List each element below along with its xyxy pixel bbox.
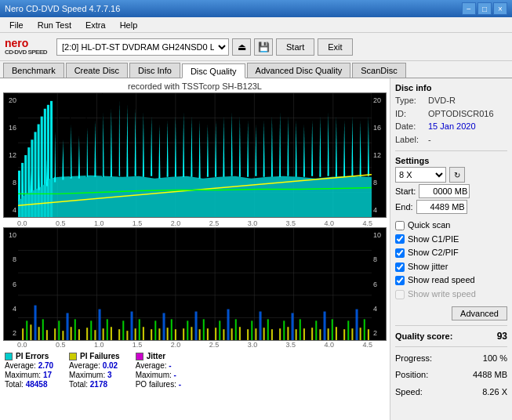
progress-value: 100 % — [483, 352, 507, 366]
start-mb-input[interactable] — [419, 184, 470, 198]
svg-marker-59 — [287, 117, 289, 176]
svg-marker-33 — [78, 136, 80, 178]
position-row: Position: 4488 MB — [395, 368, 507, 382]
svg-rect-145 — [26, 320, 27, 340]
svg-rect-158 — [235, 319, 237, 340]
show-jitter-checkbox[interactable] — [395, 262, 405, 272]
bot-yr-label-8: 8 — [372, 255, 386, 263]
quick-scan-checkbox[interactable] — [395, 221, 405, 230]
maximize-button[interactable]: □ — [478, 2, 492, 15]
tab-scan-disc[interactable]: ScanDisc — [352, 63, 405, 78]
svg-rect-146 — [42, 319, 44, 340]
svg-rect-160 — [267, 319, 269, 340]
svg-rect-140 — [227, 310, 230, 340]
tab-disc-quality[interactable]: Disc Quality — [182, 63, 245, 78]
svg-rect-157 — [219, 320, 220, 340]
save-icon-button[interactable]: 💾 — [254, 38, 273, 56]
end-mb-input[interactable] — [416, 200, 467, 214]
quality-score-label: Quality score: — [395, 331, 452, 341]
svg-rect-93 — [46, 330, 48, 340]
show-read-speed-checkbox[interactable] — [395, 276, 405, 285]
svg-rect-91 — [30, 324, 31, 340]
tab-advanced-disc-quality[interactable]: Advanced Disc Quality — [247, 63, 351, 78]
quality-score-value: 93 — [497, 331, 507, 342]
svg-rect-116 — [231, 328, 233, 340]
svg-marker-64 — [328, 113, 329, 176]
chart-title: recorded with TSSTcorp SH-B123L — [3, 81, 387, 91]
svg-marker-46 — [183, 113, 184, 177]
top-yr-label-12: 12 — [372, 151, 386, 159]
speed-select[interactable]: 8 X — [395, 167, 446, 183]
tab-disc-info[interactable]: Disc Info — [129, 63, 180, 78]
svg-marker-60 — [296, 121, 297, 177]
disc-info-title: Disc info — [395, 83, 507, 92]
minimize-button[interactable]: − — [462, 2, 476, 15]
bottom-chart: 10 8 6 4 2 10 8 6 4 2 — [3, 227, 387, 341]
bottom-x-axis: 0.0 0.5 1.0 1.5 2.0 2.5 3.0 3.5 4.0 4.5 — [3, 341, 387, 349]
svg-marker-40 — [135, 109, 136, 176]
show-jitter-label: Show jitter — [408, 260, 448, 274]
close-button[interactable]: × — [493, 2, 507, 15]
svg-rect-112 — [199, 329, 201, 340]
bot-y-label-10: 10 — [4, 231, 18, 239]
pi-failures-stats: PI Failures Average: 0.02 Maximum: 3 Tot… — [69, 352, 120, 389]
bot-y-label-8: 8 — [4, 255, 18, 263]
tab-create-disc[interactable]: Create Disc — [66, 63, 128, 78]
svg-marker-61 — [303, 125, 305, 177]
svg-marker-68 — [360, 121, 361, 177]
svg-rect-161 — [283, 320, 285, 340]
show-write-speed-checkbox — [395, 290, 405, 299]
pi-errors-total-row: Total: 48458 — [5, 380, 53, 389]
bottom-chart-svg — [18, 228, 372, 340]
pi-failures-avg-row: Average: 0.02 — [69, 361, 120, 370]
svg-rect-96 — [71, 327, 72, 340]
svg-rect-134 — [34, 306, 37, 340]
refresh-icon-button[interactable]: ↻ — [449, 167, 465, 183]
svg-marker-44 — [167, 121, 169, 177]
nero-logo-subtitle: CD·DVD SPEED — [5, 49, 47, 56]
menu-run-test[interactable]: Run Test — [31, 19, 78, 31]
pi-errors-label: PI Errors — [16, 352, 49, 360]
top-chart: 20 16 12 8 4 20 16 12 8 4 — [3, 92, 387, 218]
bot-yr-label-2: 2 — [372, 329, 386, 337]
start-mb-label: Start: — [395, 186, 416, 196]
svg-marker-25 — [18, 176, 372, 217]
exit-button[interactable]: Exit — [318, 38, 352, 56]
pi-errors-avg-value: 2.70 — [38, 361, 53, 370]
svg-marker-63 — [319, 117, 321, 177]
show-c1-pie-checkbox[interactable] — [395, 234, 405, 244]
svg-rect-154 — [171, 319, 172, 340]
x-label-10: 1.0 — [94, 219, 104, 227]
window-controls[interactable]: − □ × — [462, 2, 507, 15]
position-label: Position: — [395, 368, 428, 382]
menu-file[interactable]: File — [3, 19, 30, 31]
bot-x-label-20: 2.0 — [171, 341, 181, 349]
top-yr-label-4: 4 — [372, 206, 386, 214]
eject-icon-button[interactable]: ⏏ — [232, 38, 251, 56]
show-write-speed-row: Show write speed — [395, 288, 507, 302]
jitter-max-row: Maximum: - — [136, 371, 181, 379]
bot-x-label-25: 2.5 — [209, 341, 220, 349]
menu-help[interactable]: Help — [114, 19, 144, 31]
tab-benchmark[interactable]: Benchmark — [3, 63, 64, 78]
drive-select[interactable]: [2:0] HL-DT-ST DVDRAM GH24NSD0 LH00 — [56, 38, 229, 56]
toolbar: nero CD·DVD SPEED [2:0] HL-DT-ST DVDRAM … — [0, 33, 512, 61]
pi-failures-color — [69, 353, 77, 360]
svg-marker-56 — [263, 121, 265, 177]
svg-rect-103 — [126, 331, 128, 340]
bot-yr-label-4: 4 — [372, 305, 386, 313]
show-c1-pie-label: Show C1/PIE — [408, 233, 459, 247]
svg-rect-128 — [328, 328, 329, 340]
show-c2-pif-checkbox[interactable] — [395, 248, 405, 258]
progress-row: Progress: 100 % — [395, 352, 507, 366]
position-value: 4488 MB — [473, 368, 507, 382]
end-mb-row: End: — [395, 200, 507, 214]
svg-rect-126 — [311, 328, 313, 340]
start-button[interactable]: Start — [276, 38, 314, 56]
quick-scan-row: Quick scan — [395, 219, 507, 233]
svg-rect-163 — [315, 320, 317, 340]
bot-x-label-05: 0.5 — [56, 341, 66, 349]
menu-extra[interactable]: Extra — [79, 19, 112, 31]
advanced-button[interactable]: Advanced — [452, 306, 507, 320]
svg-rect-107 — [158, 328, 160, 340]
